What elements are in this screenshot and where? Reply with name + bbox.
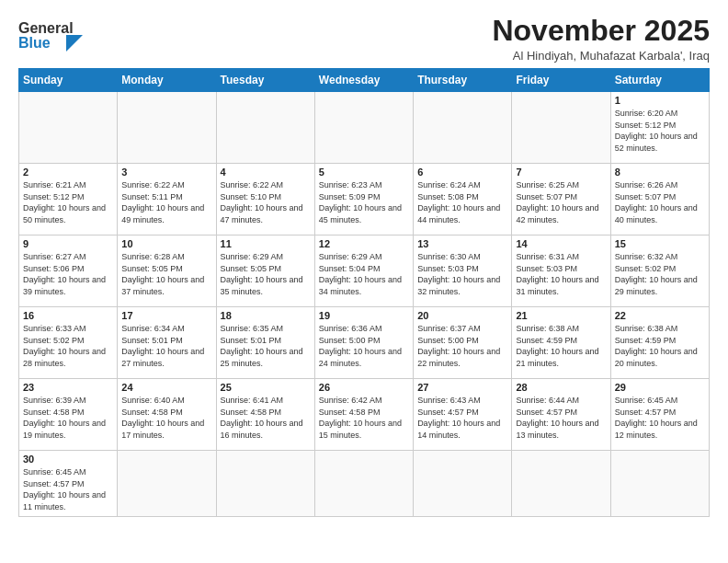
- day-info: Sunrise: 6:22 AM Sunset: 5:10 PM Dayligh…: [221, 179, 311, 225]
- table-row: 22Sunrise: 6:38 AM Sunset: 4:59 PM Dayli…: [610, 307, 709, 379]
- day-number: 30: [23, 454, 113, 465]
- col-wednesday: Wednesday: [314, 69, 413, 92]
- day-info: Sunrise: 6:45 AM Sunset: 4:57 PM Dayligh…: [23, 466, 113, 512]
- header: General Blue November 2025 Al Hindiyah, …: [18, 15, 710, 63]
- day-info: Sunrise: 6:28 AM Sunset: 5:05 PM Dayligh…: [121, 251, 211, 297]
- table-row: 18Sunrise: 6:35 AM Sunset: 5:01 PM Dayli…: [216, 307, 314, 379]
- table-row: [512, 92, 610, 164]
- table-row: 4Sunrise: 6:22 AM Sunset: 5:10 PM Daylig…: [216, 164, 314, 236]
- table-row: [118, 451, 216, 516]
- day-info: Sunrise: 6:41 AM Sunset: 4:58 PM Dayligh…: [221, 395, 311, 441]
- calendar: Sunday Monday Tuesday Wednesday Thursday…: [18, 68, 710, 516]
- table-row: [118, 92, 216, 164]
- title-block: November 2025 Al Hindiyah, Muhafazat Kar…: [492, 15, 710, 63]
- table-row: 21Sunrise: 6:38 AM Sunset: 4:59 PM Dayli…: [512, 307, 610, 379]
- day-number: 13: [417, 238, 507, 249]
- day-info: Sunrise: 6:45 AM Sunset: 4:57 PM Dayligh…: [615, 395, 705, 441]
- day-number: 16: [23, 310, 113, 321]
- day-number: 11: [221, 238, 311, 249]
- table-row: 27Sunrise: 6:43 AM Sunset: 4:57 PM Dayli…: [414, 379, 512, 451]
- day-number: 1: [615, 95, 705, 106]
- day-info: Sunrise: 6:36 AM Sunset: 5:00 PM Dayligh…: [319, 323, 409, 369]
- day-number: 7: [516, 167, 606, 178]
- day-number: 18: [221, 310, 311, 321]
- table-row: 29Sunrise: 6:45 AM Sunset: 4:57 PM Dayli…: [610, 379, 709, 451]
- col-tuesday: Tuesday: [216, 69, 314, 92]
- day-number: 4: [221, 167, 311, 178]
- day-info: Sunrise: 6:31 AM Sunset: 5:03 PM Dayligh…: [516, 251, 606, 297]
- table-row: 7Sunrise: 6:25 AM Sunset: 5:07 PM Daylig…: [512, 164, 610, 236]
- table-row: [512, 451, 610, 516]
- day-number: 2: [23, 167, 113, 178]
- day-info: Sunrise: 6:37 AM Sunset: 5:00 PM Dayligh…: [417, 323, 507, 369]
- table-row: [414, 92, 512, 164]
- svg-text:General: General: [18, 20, 74, 36]
- table-row: 9Sunrise: 6:27 AM Sunset: 5:06 PM Daylig…: [19, 236, 118, 307]
- day-info: Sunrise: 6:38 AM Sunset: 4:59 PM Dayligh…: [615, 323, 705, 369]
- table-row: 13Sunrise: 6:30 AM Sunset: 5:03 PM Dayli…: [414, 236, 512, 307]
- table-row: 25Sunrise: 6:41 AM Sunset: 4:58 PM Dayli…: [216, 379, 314, 451]
- table-row: 15Sunrise: 6:32 AM Sunset: 5:02 PM Dayli…: [610, 236, 709, 307]
- day-info: Sunrise: 6:29 AM Sunset: 5:05 PM Dayligh…: [221, 251, 311, 297]
- table-row: [216, 451, 314, 516]
- table-row: 28Sunrise: 6:44 AM Sunset: 4:57 PM Dayli…: [512, 379, 610, 451]
- table-row: 3Sunrise: 6:22 AM Sunset: 5:11 PM Daylig…: [118, 164, 216, 236]
- table-row: 17Sunrise: 6:34 AM Sunset: 5:01 PM Dayli…: [118, 307, 216, 379]
- table-row: 10Sunrise: 6:28 AM Sunset: 5:05 PM Dayli…: [118, 236, 216, 307]
- day-number: 12: [319, 238, 409, 249]
- day-info: Sunrise: 6:43 AM Sunset: 4:57 PM Dayligh…: [417, 395, 507, 441]
- day-info: Sunrise: 6:27 AM Sunset: 5:06 PM Dayligh…: [23, 251, 113, 297]
- day-number: 22: [615, 310, 705, 321]
- table-row: [414, 451, 512, 516]
- day-info: Sunrise: 6:40 AM Sunset: 4:58 PM Dayligh…: [121, 395, 211, 441]
- page: General Blue November 2025 Al Hindiyah, …: [0, 0, 728, 526]
- day-info: Sunrise: 6:30 AM Sunset: 5:03 PM Dayligh…: [417, 251, 507, 297]
- day-info: Sunrise: 6:39 AM Sunset: 4:58 PM Dayligh…: [23, 395, 113, 441]
- day-info: Sunrise: 6:24 AM Sunset: 5:08 PM Dayligh…: [417, 179, 507, 225]
- month-title: November 2025: [492, 15, 710, 47]
- day-number: 15: [615, 238, 705, 249]
- logo-svg: General Blue: [18, 15, 101, 55]
- day-info: Sunrise: 6:42 AM Sunset: 4:58 PM Dayligh…: [319, 395, 409, 441]
- day-info: Sunrise: 6:21 AM Sunset: 5:12 PM Dayligh…: [23, 179, 113, 225]
- table-row: [610, 451, 709, 516]
- calendar-header: Sunday Monday Tuesday Wednesday Thursday…: [19, 69, 710, 92]
- day-info: Sunrise: 6:44 AM Sunset: 4:57 PM Dayligh…: [516, 395, 606, 441]
- table-row: [314, 92, 413, 164]
- day-number: 26: [319, 382, 409, 393]
- day-number: 23: [23, 382, 113, 393]
- table-row: 8Sunrise: 6:26 AM Sunset: 5:07 PM Daylig…: [610, 164, 709, 236]
- table-row: 20Sunrise: 6:37 AM Sunset: 5:00 PM Dayli…: [414, 307, 512, 379]
- table-row: [216, 92, 314, 164]
- table-row: [314, 451, 413, 516]
- logo: General Blue: [18, 15, 101, 55]
- day-number: 25: [221, 382, 311, 393]
- location-title: Al Hindiyah, Muhafazat Karbala', Iraq: [492, 49, 710, 63]
- table-row: 24Sunrise: 6:40 AM Sunset: 4:58 PM Dayli…: [118, 379, 216, 451]
- day-info: Sunrise: 6:38 AM Sunset: 4:59 PM Dayligh…: [516, 323, 606, 369]
- table-row: 11Sunrise: 6:29 AM Sunset: 5:05 PM Dayli…: [216, 236, 314, 307]
- day-number: 20: [417, 310, 507, 321]
- day-info: Sunrise: 6:20 AM Sunset: 5:12 PM Dayligh…: [615, 108, 705, 154]
- day-info: Sunrise: 6:22 AM Sunset: 5:11 PM Dayligh…: [121, 179, 211, 225]
- day-number: 27: [417, 382, 507, 393]
- col-friday: Friday: [512, 69, 610, 92]
- day-number: 10: [121, 238, 211, 249]
- table-row: 2Sunrise: 6:21 AM Sunset: 5:12 PM Daylig…: [19, 164, 118, 236]
- svg-text:Blue: Blue: [18, 35, 51, 51]
- day-info: Sunrise: 6:25 AM Sunset: 5:07 PM Dayligh…: [516, 179, 606, 225]
- table-row: 1Sunrise: 6:20 AM Sunset: 5:12 PM Daylig…: [610, 92, 709, 164]
- day-number: 3: [121, 167, 211, 178]
- day-number: 24: [121, 382, 211, 393]
- day-number: 17: [121, 310, 211, 321]
- day-info: Sunrise: 6:32 AM Sunset: 5:02 PM Dayligh…: [615, 251, 705, 297]
- table-row: 12Sunrise: 6:29 AM Sunset: 5:04 PM Dayli…: [314, 236, 413, 307]
- day-info: Sunrise: 6:23 AM Sunset: 5:09 PM Dayligh…: [319, 179, 409, 225]
- day-number: 14: [516, 238, 606, 249]
- table-row: 19Sunrise: 6:36 AM Sunset: 5:00 PM Dayli…: [314, 307, 413, 379]
- day-number: 19: [319, 310, 409, 321]
- day-info: Sunrise: 6:26 AM Sunset: 5:07 PM Dayligh…: [615, 179, 705, 225]
- day-number: 5: [319, 167, 409, 178]
- svg-marker-2: [66, 35, 83, 52]
- day-info: Sunrise: 6:34 AM Sunset: 5:01 PM Dayligh…: [121, 323, 211, 369]
